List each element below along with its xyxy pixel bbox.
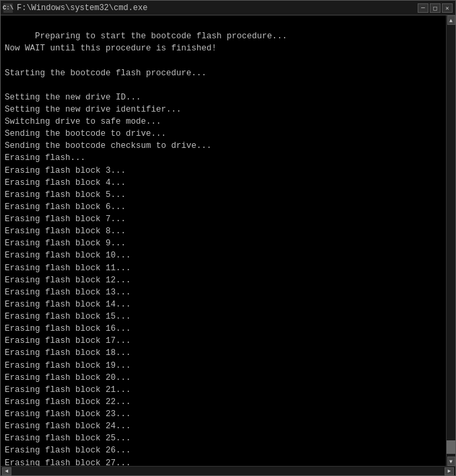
scroll-down-arrow[interactable]: ▼ <box>447 457 455 466</box>
scroll-left-arrow[interactable]: ◄ <box>2 467 11 475</box>
title-bar-controls: ─ □ ✕ <box>418 3 453 13</box>
title-bar-text: F:\Windows\system32\cmd.exe <box>17 3 147 13</box>
title-bar-left: C:\ F:\Windows\system32\cmd.exe <box>3 3 147 13</box>
minimize-button[interactable]: ─ <box>418 3 428 13</box>
bottom-bar: ◄ ► <box>1 466 455 475</box>
cmd-icon: C:\ <box>3 3 13 13</box>
title-bar: C:\ F:\Windows\system32\cmd.exe ─ □ ✕ <box>1 1 455 15</box>
maximize-button[interactable]: □ <box>430 3 441 13</box>
close-button[interactable]: ✕ <box>442 3 453 13</box>
console-area: Preparing to start the bootcode flash pr… <box>1 15 455 466</box>
scroll-right-arrow[interactable]: ► <box>445 467 454 475</box>
console-output: Preparing to start the bootcode flash pr… <box>1 15 446 466</box>
scrollbar-thumb[interactable] <box>447 440 455 454</box>
vertical-scrollbar[interactable]: ▲ ▼ <box>446 15 455 466</box>
scroll-up-arrow[interactable]: ▲ <box>447 15 455 25</box>
cmd-window: C:\ F:\Windows\system32\cmd.exe ─ □ ✕ Pr… <box>0 0 456 476</box>
console-text: Preparing to start the bootcode flash pr… <box>5 32 353 466</box>
